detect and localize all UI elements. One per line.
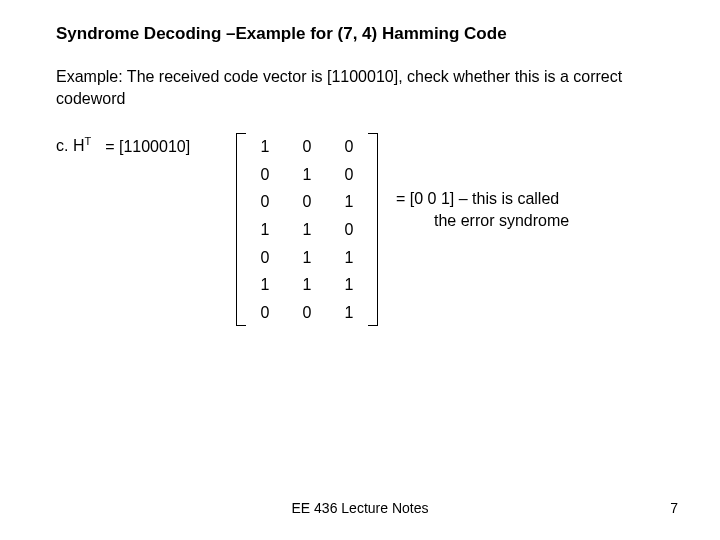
lhs-vector: = [1100010] (105, 138, 190, 156)
example-text: Example: The received code vector is [11… (56, 66, 664, 109)
matrix-cell: 0 (244, 188, 286, 216)
bracket-left-icon (236, 133, 246, 326)
bracket-right-icon (368, 133, 378, 326)
page-number: 7 (670, 500, 678, 516)
matrix-cell: 1 (328, 271, 370, 299)
matrix-cell: 0 (286, 299, 328, 327)
matrix-table: 100 010 001 110 011 111 001 (244, 133, 370, 326)
slide-title: Syndrome Decoding –Example for (7, 4) Ha… (56, 24, 664, 44)
matrix-cell: 0 (244, 244, 286, 272)
footer-text: EE 436 Lecture Notes (0, 500, 720, 516)
matrix-cell: 0 (244, 299, 286, 327)
slide: Syndrome Decoding –Example for (7, 4) Ha… (0, 0, 720, 326)
matrix-cell: 1 (286, 216, 328, 244)
matrix-cell: 1 (328, 299, 370, 327)
matrix-cell: 1 (286, 244, 328, 272)
equation-lhs: c. HT = [1100010] (56, 133, 226, 155)
matrix-cell: 1 (328, 244, 370, 272)
matrix-cell: 0 (328, 216, 370, 244)
matrix-cell: 0 (244, 161, 286, 189)
matrix-row: 110 (244, 216, 370, 244)
result-line2: the error syndrome (396, 210, 569, 232)
matrix-cell: 0 (286, 188, 328, 216)
matrix-cell: 1 (328, 188, 370, 216)
equation-row: c. HT = [1100010] 100 010 001 110 011 11… (56, 133, 664, 326)
matrix-cell: 0 (286, 133, 328, 161)
result-text: = [0 0 1] – this is called the error syn… (388, 133, 569, 231)
lhs-base: c. H (56, 138, 84, 155)
matrix-row: 010 (244, 161, 370, 189)
result-line1: = [0 0 1] – this is called (396, 188, 569, 210)
matrix-row: 111 (244, 271, 370, 299)
matrix-row: 001 (244, 299, 370, 327)
matrix: 100 010 001 110 011 111 001 (236, 133, 378, 326)
matrix-cell: 1 (244, 133, 286, 161)
lhs-superscript: T (84, 135, 91, 147)
matrix-cell: 1 (286, 161, 328, 189)
matrix-cell: 1 (286, 271, 328, 299)
matrix-row: 011 (244, 244, 370, 272)
matrix-row: 001 (244, 188, 370, 216)
matrix-cell: 1 (244, 271, 286, 299)
lhs-symbol: c. HT (56, 135, 91, 155)
matrix-cell: 0 (328, 161, 370, 189)
matrix-cell: 1 (244, 216, 286, 244)
matrix-cell: 0 (328, 133, 370, 161)
matrix-row: 100 (244, 133, 370, 161)
